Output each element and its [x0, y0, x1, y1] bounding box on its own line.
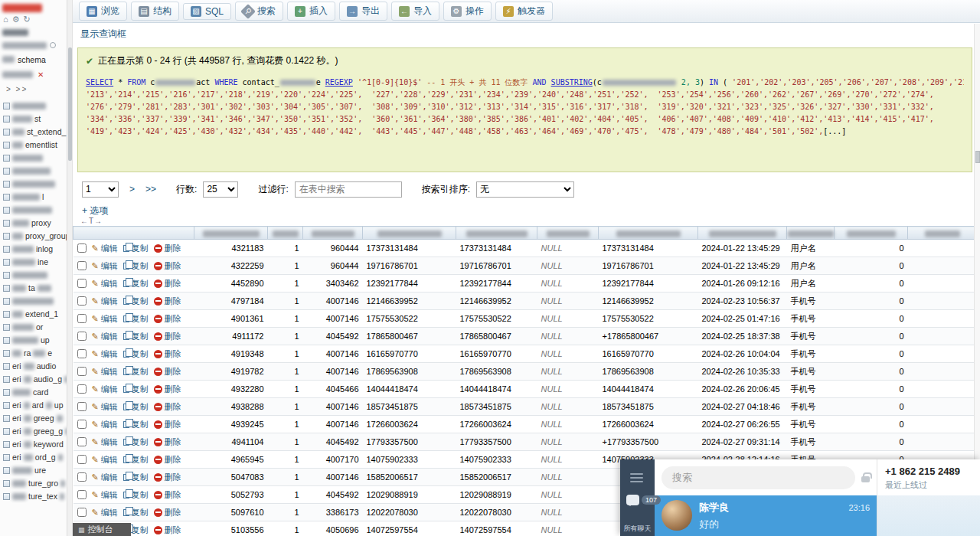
sidebar-item[interactable]: erigreeg: [0, 412, 67, 425]
sidebar-item[interactable]: [0, 204, 67, 217]
delete-link[interactable]: 删除: [154, 260, 181, 272]
sidebar-scrollbar[interactable]: [67, 0, 73, 536]
sidebar-item[interactable]: [0, 165, 67, 178]
all-chats-folder[interactable]: 107: [626, 495, 661, 505]
edit-link[interactable]: ✎编辑: [92, 489, 118, 501]
sidebar-item[interactable]: erikeyword: [0, 438, 67, 451]
tab-structure[interactable]: ▤结构: [131, 2, 179, 21]
sidebar-item[interactable]: card: [0, 386, 67, 399]
copy-link[interactable]: 复制: [123, 278, 149, 289]
edit-link[interactable]: ✎编辑: [92, 472, 118, 483]
sort-select[interactable]: 无: [476, 181, 574, 198]
clear-filter-button[interactable]: ✕: [38, 70, 44, 79]
delete-link[interactable]: 删除: [154, 384, 181, 395]
options-toggle[interactable]: + 选项: [73, 198, 980, 217]
edit-link[interactable]: ✎编辑: [92, 384, 118, 395]
copy-link[interactable]: 复制: [123, 401, 149, 413]
row-checkbox[interactable]: [77, 490, 87, 499]
sidebar-item[interactable]: proxy: [0, 217, 67, 230]
sidebar-item[interactable]: l: [0, 191, 67, 204]
chat-list-item[interactable]: 陈学良 23:16 好的: [655, 495, 877, 536]
delete-link[interactable]: 删除: [154, 366, 181, 377]
edit-link[interactable]: ✎编辑: [92, 331, 118, 342]
chat-search-input[interactable]: 搜索: [662, 466, 855, 489]
row-checkbox[interactable]: [77, 508, 87, 517]
copy-link[interactable]: 复制: [123, 313, 149, 325]
copy-link[interactable]: 复制: [123, 260, 149, 272]
tab-triggers[interactable]: ⚡触发器: [495, 2, 553, 21]
menu-icon[interactable]: [630, 471, 643, 485]
lock-icon[interactable]: [861, 476, 870, 482]
sidebar-item[interactable]: [0, 295, 67, 308]
sidebar-item[interactable]: ine: [0, 256, 67, 269]
refresh-icon[interactable]: ↻: [24, 15, 31, 25]
row-checkbox[interactable]: [77, 384, 87, 394]
tab-import[interactable]: ←导入: [391, 2, 439, 21]
scrollbar-thumb[interactable]: [975, 151, 980, 163]
delete-link[interactable]: 删除: [154, 436, 181, 448]
copy-link[interactable]: 复制: [123, 331, 149, 342]
sidebar-item[interactable]: proxy_group: [0, 230, 67, 243]
sidebar-item[interactable]: ementlist: [0, 139, 67, 152]
sidebar-item[interactable]: ture_tex: [0, 490, 67, 503]
edit-link[interactable]: ✎编辑: [92, 401, 118, 413]
tab-search[interactable]: ⚲搜索: [235, 2, 283, 21]
sidebar-item[interactable]: or: [0, 321, 67, 334]
sidebar-item[interactable]: [0, 152, 67, 165]
delete-link[interactable]: 删除: [154, 472, 181, 483]
last-page-link[interactable]: >>: [145, 184, 156, 194]
edit-link[interactable]: ✎编辑: [92, 366, 118, 377]
delete-link[interactable]: 删除: [154, 507, 181, 518]
console-toggle[interactable]: ▦ 控制台: [73, 523, 131, 536]
sidebar-item[interactable]: eriardup: [0, 399, 67, 412]
show-query-box-link[interactable]: 显示查询框: [80, 28, 126, 41]
sidebar-item[interactable]: eriaudio: [0, 360, 67, 373]
edit-link[interactable]: ✎编辑: [92, 243, 118, 254]
sidebar-item[interactable]: eriaudio_g: [0, 373, 67, 386]
row-checkbox[interactable]: [77, 367, 87, 376]
row-checkbox[interactable]: [77, 437, 87, 446]
settings-icon[interactable]: ⚙: [12, 15, 20, 25]
copy-link[interactable]: 复制: [123, 436, 149, 448]
delete-link[interactable]: 删除: [154, 454, 181, 466]
row-checkbox[interactable]: [77, 420, 87, 429]
edit-link[interactable]: ✎编辑: [92, 348, 118, 360]
edit-link[interactable]: ✎编辑: [92, 313, 118, 325]
sidebar-item[interactable]: inlog: [0, 243, 67, 256]
copy-link[interactable]: 复制: [123, 419, 149, 430]
copy-link[interactable]: 复制: [123, 296, 149, 307]
conversation-header[interactable]: +1 862 215 2489 最近上线过: [877, 459, 980, 495]
row-checkbox[interactable]: [77, 243, 87, 253]
row-checkbox[interactable]: [77, 455, 87, 464]
sidebar-item[interactable]: rae: [0, 347, 67, 360]
edit-link[interactable]: ✎编辑: [92, 278, 118, 289]
sidebar-item[interactable]: [0, 178, 67, 191]
tab-operations[interactable]: ⚙操作: [443, 2, 492, 21]
copy-link[interactable]: 复制: [123, 366, 149, 377]
sidebar-item[interactable]: up: [0, 334, 67, 347]
sidebar-item[interactable]: ta: [0, 282, 67, 295]
row-checkbox[interactable]: [77, 472, 87, 482]
row-checkbox[interactable]: [77, 332, 87, 341]
copy-link[interactable]: 复制: [123, 472, 149, 483]
delete-link[interactable]: 删除: [154, 419, 181, 430]
collapse-icon[interactable]: [50, 42, 56, 48]
delete-link[interactable]: 删除: [154, 348, 181, 360]
row-checkbox[interactable]: [77, 402, 87, 411]
copy-link[interactable]: 复制: [123, 243, 149, 254]
database-item[interactable]: schema: [0, 52, 67, 67]
edit-link[interactable]: ✎编辑: [92, 296, 118, 307]
column-order-controls[interactable]: ←T→: [73, 217, 980, 226]
row-checkbox[interactable]: [77, 314, 87, 323]
delete-link[interactable]: 删除: [154, 525, 181, 536]
tab-export[interactable]: →导出: [339, 2, 387, 21]
rows-select[interactable]: 25: [203, 181, 238, 198]
delete-link[interactable]: 删除: [154, 401, 181, 413]
filter-input[interactable]: [295, 181, 402, 198]
navi-page-nav[interactable]: > >>: [0, 82, 67, 96]
delete-link[interactable]: 删除: [154, 489, 181, 501]
copy-link[interactable]: 复制: [123, 454, 149, 466]
row-checkbox[interactable]: [77, 296, 87, 306]
sidebar-item[interactable]: ure: [0, 464, 67, 477]
row-checkbox[interactable]: [77, 349, 87, 358]
